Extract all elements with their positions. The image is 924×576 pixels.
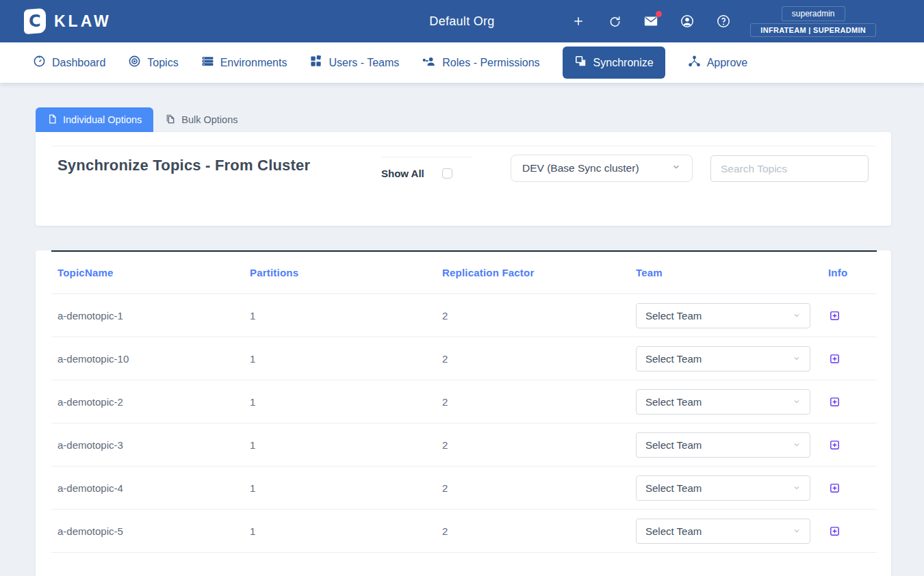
add-box-icon[interactable] bbox=[828, 309, 840, 322]
tab-individual-options[interactable]: Individual Options bbox=[36, 107, 153, 132]
topics-table: TopicName Partitions Replication Factor … bbox=[51, 252, 877, 553]
cluster-select[interactable]: DEV (Base Sync cluster) bbox=[511, 155, 693, 182]
klaw-logo-icon: C bbox=[24, 8, 46, 34]
team-select[interactable]: Select Team bbox=[636, 519, 810, 544]
table-header-row: TopicName Partitions Replication Factor … bbox=[51, 252, 877, 294]
chevron-down-icon bbox=[793, 439, 801, 451]
column-header-info: Info bbox=[828, 267, 877, 278]
nav-item-topics[interactable]: Topics bbox=[128, 55, 178, 70]
help-icon[interactable] bbox=[715, 12, 732, 30]
mail-notification-dot bbox=[656, 11, 662, 17]
nav-item-roles-permissions[interactable]: Roles - Permissions bbox=[422, 55, 539, 70]
table-row: a-demotopic-10 1 2 Select Team bbox=[51, 337, 877, 380]
layered-squares-icon bbox=[574, 55, 587, 70]
partitions-value: 1 bbox=[250, 482, 442, 494]
table-row: a-demotopic-1 1 2 Select Team bbox=[51, 294, 877, 337]
nav-label: Synchronize bbox=[593, 57, 654, 69]
column-header-partitions: Partitions bbox=[250, 267, 442, 278]
topic-name: a-demotopic-1 bbox=[51, 310, 250, 322]
nav-item-dashboard[interactable]: Dashboard bbox=[33, 55, 105, 70]
widgets-icon bbox=[309, 55, 322, 70]
key-person-icon bbox=[422, 55, 436, 70]
cluster-select-value: DEV (Base Sync cluster) bbox=[522, 162, 639, 174]
add-box-icon[interactable] bbox=[828, 438, 840, 451]
brand[interactable]: C KLAW bbox=[0, 9, 112, 34]
username[interactable]: superadmin bbox=[782, 6, 845, 21]
nav-label: Roles - Permissions bbox=[442, 57, 539, 69]
replication-factor-value: 2 bbox=[442, 439, 636, 451]
nav-label: Environments bbox=[220, 57, 287, 69]
replication-factor-value: 2 bbox=[442, 310, 636, 322]
tab-label: Individual Options bbox=[63, 114, 142, 125]
app-header: C KLAW Default Org bbox=[0, 0, 924, 42]
show-all-label: Show All bbox=[381, 168, 424, 179]
hub-icon bbox=[688, 55, 701, 70]
add-box-icon[interactable] bbox=[828, 395, 840, 408]
topic-name: a-demotopic-2 bbox=[51, 396, 250, 408]
plus-icon[interactable] bbox=[569, 12, 587, 30]
server-stack-icon bbox=[201, 55, 214, 70]
main-nav: Dashboard Topics Environments Users - Te… bbox=[0, 42, 924, 83]
show-all-group: Show All bbox=[381, 157, 472, 179]
dashboard-gauge-icon bbox=[33, 55, 46, 70]
topic-name: a-demotopic-5 bbox=[51, 525, 250, 537]
team-select[interactable]: Select Team bbox=[636, 346, 810, 371]
documents-copy-icon bbox=[165, 114, 176, 127]
show-all-checkbox[interactable] bbox=[442, 168, 452, 179]
chevron-down-icon bbox=[793, 482, 801, 494]
mail-icon[interactable] bbox=[642, 12, 660, 30]
nav-item-synchronize[interactable]: Synchronize bbox=[563, 47, 665, 79]
replication-factor-value: 2 bbox=[442, 482, 636, 494]
nav-label: Dashboard bbox=[52, 57, 105, 69]
partitions-value: 1 bbox=[250, 439, 442, 451]
chevron-down-icon bbox=[671, 162, 681, 174]
team-select[interactable]: Select Team bbox=[636, 303, 810, 328]
nav-label: Users - Teams bbox=[329, 57, 399, 69]
nav-label: Topics bbox=[147, 57, 178, 69]
chevron-down-icon bbox=[793, 310, 801, 322]
main-content: Individual Options Bulk Options Synchron… bbox=[0, 107, 924, 576]
tab-bulk-options[interactable]: Bulk Options bbox=[153, 107, 249, 132]
column-header-team: Team bbox=[636, 267, 828, 278]
nav-item-users-teams[interactable]: Users - Teams bbox=[309, 55, 399, 70]
search-topics-input[interactable] bbox=[710, 155, 869, 182]
options-tabs: Individual Options Bulk Options bbox=[36, 107, 924, 132]
table-row: a-demotopic-5 1 2 Select Team bbox=[51, 510, 877, 553]
table-row: a-demotopic-4 1 2 Select Team bbox=[51, 467, 877, 510]
team-select[interactable]: Select Team bbox=[636, 389, 810, 415]
tab-label: Bulk Options bbox=[181, 114, 238, 125]
chevron-down-icon bbox=[793, 525, 801, 537]
add-box-icon[interactable] bbox=[828, 482, 840, 494]
refresh-icon[interactable] bbox=[606, 12, 624, 30]
brand-name: KLAW bbox=[54, 12, 112, 31]
column-header-topicname: TopicName bbox=[51, 267, 250, 278]
partitions-value: 1 bbox=[250, 353, 442, 365]
document-icon bbox=[47, 114, 57, 127]
replication-factor-value: 2 bbox=[442, 396, 636, 408]
team-select[interactable]: Select Team bbox=[636, 432, 810, 458]
target-icon bbox=[128, 55, 141, 70]
nav-item-environments[interactable]: Environments bbox=[201, 55, 287, 70]
topic-name: a-demotopic-4 bbox=[51, 482, 250, 494]
user-team-role: INFRATEAM | SUPERADMIN bbox=[750, 23, 876, 37]
account-icon[interactable] bbox=[678, 12, 696, 30]
nav-label: Approve bbox=[707, 57, 748, 69]
add-box-icon[interactable] bbox=[828, 525, 840, 537]
chevron-down-icon bbox=[793, 396, 801, 408]
partitions-value: 1 bbox=[250, 525, 442, 537]
table-row: a-demotopic-3 1 2 Select Team bbox=[51, 423, 877, 467]
app-root: C KLAW Default Org bbox=[0, 0, 924, 576]
sync-filters-card: Synchronize Topics - From Cluster Show A… bbox=[36, 132, 891, 226]
topics-table-card: TopicName Partitions Replication Factor … bbox=[36, 250, 891, 576]
add-box-icon[interactable] bbox=[828, 352, 840, 365]
header-actions bbox=[569, 12, 732, 30]
chevron-down-icon bbox=[793, 353, 801, 365]
topic-name: a-demotopic-3 bbox=[51, 439, 250, 451]
divider bbox=[51, 146, 876, 146]
page-title: Synchronize Topics - From Cluster bbox=[57, 157, 310, 174]
column-header-replication-factor: Replication Factor bbox=[442, 267, 636, 278]
header-right: superadmin INFRATEAM | SUPERADMIN bbox=[569, 6, 924, 37]
table-row: a-demotopic-2 1 2 Select Team bbox=[51, 380, 877, 423]
team-select[interactable]: Select Team bbox=[636, 475, 810, 501]
nav-item-approve[interactable]: Approve bbox=[688, 55, 748, 70]
